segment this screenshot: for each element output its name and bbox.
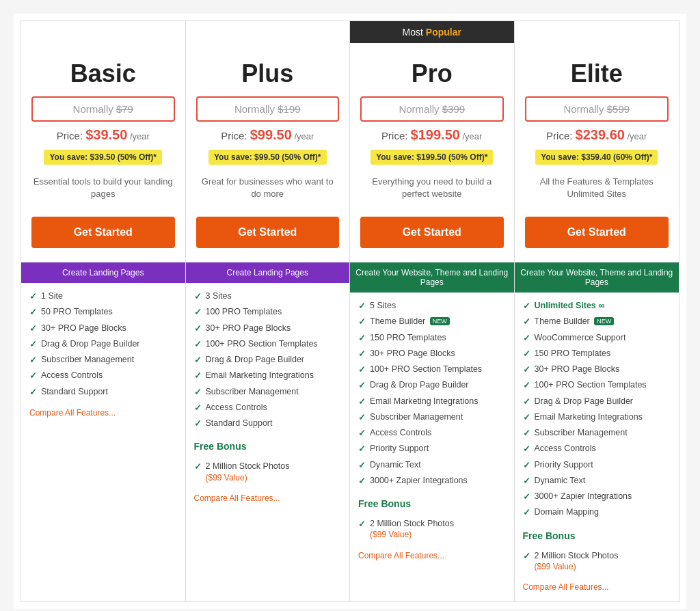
basic-feature-7: ✓Standard Support	[29, 384, 177, 400]
pro-normally: Normally $399	[360, 96, 504, 122]
check-icon: ✓	[194, 461, 202, 472]
check-icon: ✓	[358, 476, 366, 487]
basic-strikethrough: $79	[116, 103, 133, 115]
pro-feature-6: ✓Drag & Drop Page Builder	[358, 377, 506, 393]
basic-price: $39.50	[85, 127, 127, 142]
check-icon: ✓	[358, 333, 366, 344]
elite-compare-link[interactable]: Compare All Features...	[515, 580, 679, 595]
basic-feature-3: ✓30+ PRO Page Blocks	[29, 321, 177, 336]
plus-compare-link[interactable]: Compare All Features...	[186, 491, 350, 506]
elite-strikethrough: $599	[607, 103, 630, 115]
basic-header: Basic Normally $79 Price: $39.50 /year Y…	[21, 46, 185, 262]
basic-desc: Essential tools to build your landing pa…	[31, 176, 175, 203]
plus-features: Create Landing Pages ✓3 Sites ✓100 PRO T…	[186, 262, 350, 513]
check-icon: ✓	[358, 444, 366, 454]
elite-desc: All the Features & Templates Unlimited S…	[525, 176, 669, 203]
check-icon: ✓	[523, 380, 530, 391]
plus-savings: You save: $99.50 (50% Off)*	[208, 150, 327, 165]
pro-feature-1: ✓5 Sites	[358, 298, 506, 314]
elite-get-started[interactable]: Get Started	[525, 217, 669, 248]
elite-bonus-list: ✓ 2 Million Stock Photos ($99 Value)	[515, 543, 679, 580]
basic-feature-6: ✓Access Controls	[29, 368, 177, 383]
elite-header: Elite Normally $599 Price: $239.60 /year…	[515, 46, 679, 262]
pro-get-started[interactable]: Get Started	[360, 217, 504, 248]
check-icon: ✓	[523, 396, 530, 407]
basic-feature-1: ✓1 Site	[29, 288, 177, 304]
check-icon: ✓	[358, 364, 366, 375]
check-icon: ✓	[29, 339, 37, 350]
plan-basic: Basic Normally $79 Price: $39.50 /year Y…	[21, 21, 186, 601]
check-icon: ✓	[358, 316, 366, 327]
check-icon: ✓	[358, 519, 366, 530]
check-icon: ✓	[523, 316, 530, 327]
plus-strikethrough: $199	[278, 103, 300, 115]
plus-feature-9: ✓Standard Support	[194, 416, 342, 431]
elite-feature-7: ✓Drag & Drop Page Builder	[523, 394, 671, 409]
plus-feature-list: ✓3 Sites ✓100 PRO Templates ✓30+ PRO Pag…	[186, 283, 350, 437]
check-icon: ✓	[523, 507, 530, 518]
plan-elite: Elite Normally $599 Price: $239.60 /year…	[515, 21, 679, 601]
pro-strikethrough: $399	[442, 103, 465, 115]
check-icon: ✓	[523, 412, 530, 423]
new-badge: NEW	[594, 317, 614, 325]
elite-feature-8: ✓Email Marketing Integrations	[523, 409, 671, 425]
plus-feature-2: ✓100 PRO Templates	[194, 304, 342, 320]
check-icon: ✓	[194, 355, 202, 366]
check-icon: ✓	[523, 301, 530, 312]
plus-bonus-1: ✓ 2 Million Stock Photos ($99 Value)	[194, 459, 342, 485]
check-icon: ✓	[358, 412, 366, 423]
check-icon: ✓	[194, 323, 202, 334]
plus-price-line: Price: $99.50 /year	[196, 127, 340, 143]
elite-feature-3: ✓WooCommerce Support	[523, 330, 671, 346]
basic-feature-5: ✓Subscriber Management	[29, 352, 177, 368]
elite-features: Create Your Website, Theme and Landing P…	[515, 262, 679, 601]
pro-header: Pro Normally $399 Price: $199.50 /year Y…	[350, 46, 514, 262]
pro-feature-list: ✓5 Sites ✓Theme Builder NEW ✓150 PRO Tem…	[350, 293, 514, 494]
basic-features: Create Landing Pages ✓1 Site ✓50 PRO Tem…	[21, 262, 185, 427]
check-icon: ✓	[29, 291, 37, 302]
elite-feature-11: ✓Priority Support	[523, 457, 671, 473]
check-icon: ✓	[194, 370, 202, 381]
pro-feature-3: ✓150 PRO Templates	[358, 330, 506, 346]
pro-feature-5: ✓100+ PRO Section Templates	[358, 362, 506, 377]
pro-feature-2: ✓Theme Builder NEW	[358, 314, 506, 329]
plan-pro: Most Popular Pro Normally $399 Price: $1…	[350, 21, 515, 601]
basic-plan-name: Basic	[31, 59, 175, 88]
elite-savings: You save: $359.40 (60% Off)*	[535, 150, 658, 165]
plus-feature-5: ✓Drag & Drop Page Builder	[194, 352, 342, 368]
plus-feature-1: ✓3 Sites	[194, 288, 342, 304]
check-icon: ✓	[523, 444, 530, 454]
check-icon: ✓	[523, 476, 530, 487]
elite-feature-list: ✓Unlimited Sites ∞ ✓Theme Builder NEW ✓W…	[515, 293, 679, 526]
check-icon: ✓	[194, 291, 202, 302]
elite-free-bonus-title: Free Bonus	[515, 526, 679, 543]
pro-section-header: Create Your Website, Theme and Landing P…	[350, 262, 514, 293]
check-icon: ✓	[358, 396, 366, 407]
pro-compare-link[interactable]: Compare All Features...	[350, 548, 514, 563]
elite-section-header: Create Your Website, Theme and Landing P…	[515, 262, 679, 293]
elite-feature-14: ✓Domain Mapping	[523, 504, 671, 520]
most-popular-banner: Most Popular	[350, 21, 514, 43]
pro-bonus-list: ✓ 2 Million Stock Photos ($99 Value)	[350, 511, 514, 548]
plus-price: $99.50	[250, 127, 292, 142]
basic-feature-4: ✓Drag & Drop Page Builder	[29, 336, 177, 352]
elite-feature-1: ✓Unlimited Sites ∞	[523, 298, 671, 314]
check-icon: ✓	[358, 349, 366, 359]
elite-feature-12: ✓Dynamic Text	[523, 473, 671, 489]
pro-feature-8: ✓Subscriber Management	[358, 409, 506, 425]
plus-feature-7: ✓Subscriber Management	[194, 384, 342, 400]
plus-feature-8: ✓Access Controls	[194, 400, 342, 416]
check-icon: ✓	[358, 428, 366, 439]
pro-free-bonus-title: Free Bonus	[350, 494, 514, 511]
check-icon: ✓	[523, 364, 530, 375]
check-icon: ✓	[194, 339, 202, 350]
basic-get-started[interactable]: Get Started	[31, 217, 175, 248]
basic-compare-link[interactable]: Compare All Features...	[21, 405, 185, 420]
plus-feature-4: ✓100+ PRO Section Templates	[194, 336, 342, 352]
elite-feature-13: ✓3000+ Zapier Integrations	[523, 489, 671, 504]
check-icon: ✓	[29, 323, 37, 334]
plus-feature-6: ✓Email Marketing Integrations	[194, 368, 342, 383]
pro-savings: You save: $199.50 (50% Off)*	[371, 150, 493, 165]
plus-desc: Great for businesses who want to do more	[196, 176, 340, 203]
plus-get-started[interactable]: Get Started	[196, 217, 340, 248]
